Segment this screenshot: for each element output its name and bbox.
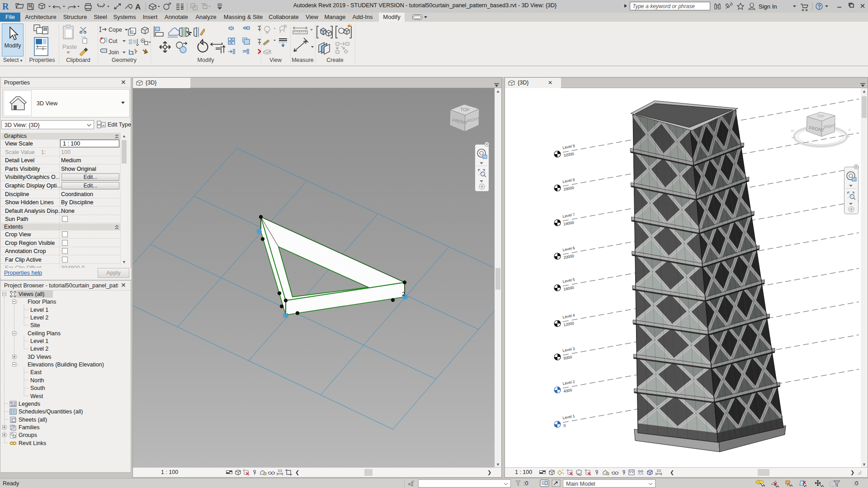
svg-text:16000: 16000: [563, 285, 575, 291]
svg-text:Paste: Paste: [62, 44, 77, 50]
svg-text:Cut: Cut: [108, 38, 118, 44]
svg-text:Level 3: Level 3: [562, 346, 576, 353]
svg-text:Level 1: Level 1: [562, 413, 576, 420]
svg-text:Level 2: Level 2: [562, 379, 576, 386]
svg-text:TOP: TOP: [460, 107, 470, 112]
svg-text:8000: 8000: [563, 355, 573, 361]
svg-text:TOP: TOP: [817, 114, 825, 119]
svg-text:4000: 4000: [563, 388, 573, 394]
svg-text:24000: 24000: [563, 220, 575, 226]
svg-text:28000: 28000: [563, 185, 575, 192]
svg-text:Level 4: Level 4: [562, 313, 576, 319]
svg-text:32000: 32000: [563, 151, 575, 158]
svg-text:2: 2: [402, 291, 405, 297]
svg-text:W: W: [791, 129, 794, 133]
svg-text:Join: Join: [108, 49, 119, 56]
svg-text:0: 0: [563, 423, 566, 428]
svg-text:Sign In: Sign In: [759, 3, 777, 10]
svg-text:Level 9: Level 9: [562, 143, 576, 150]
svg-text:Level 8: Level 8: [562, 177, 576, 184]
svg-text:Level 7: Level 7: [562, 212, 576, 219]
svg-text:Level 6: Level 6: [562, 245, 576, 252]
svg-text:E: E: [849, 128, 851, 132]
svg-text:20000: 20000: [563, 253, 575, 260]
svg-text:12000: 12000: [563, 321, 575, 327]
svg-text:Level 5: Level 5: [562, 277, 576, 284]
svg-text:?: ?: [818, 4, 821, 10]
svg-text:Cope: Cope: [108, 27, 122, 33]
